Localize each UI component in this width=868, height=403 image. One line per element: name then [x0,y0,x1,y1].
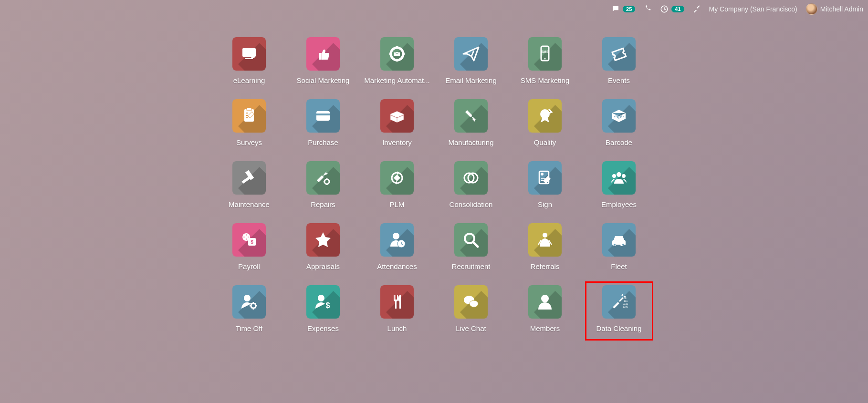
ticket-icon [602,37,636,71]
phone-icon [644,5,651,13]
venn-icon [454,161,488,195]
app-referrals[interactable]: Referrals [508,219,582,281]
app-label: Appraisals [306,262,340,270]
app-sms-marketing[interactable]: SMS Marketing [508,33,582,95]
wrench-icon [454,99,488,133]
app-employees[interactable]: Employees [582,157,656,219]
app-recruitment[interactable]: Recruitment [434,219,508,281]
car-icon [602,223,636,257]
app-lunch[interactable]: Lunch [360,281,434,343]
app-surveys[interactable]: Surveys [212,95,286,157]
app-label: Data Cleaning [596,324,641,332]
app-label: Payroll [238,262,260,270]
app-social-marketing[interactable]: Social Marketing [286,33,360,95]
app-attendances[interactable]: Attendances [360,219,434,281]
app-expenses[interactable]: Expenses [286,281,360,343]
app-manufacturing[interactable]: Manufacturing [434,95,508,157]
app-label: Attendances [377,262,417,270]
app-email-marketing[interactable]: Email Marketing [434,33,508,95]
app-label: SMS Marketing [521,76,570,84]
messages-button[interactable]: 25 [611,5,635,13]
tools-icon [693,5,701,13]
clipboard-icon [232,99,266,133]
tools-button[interactable] [693,5,701,13]
user-name: Mitchell Admin [820,5,863,13]
paper-plane-icon [454,37,488,71]
hammer-icon [232,161,266,195]
app-label: Employees [601,200,637,208]
signature-icon [528,161,562,195]
app-label: Sign [538,200,552,208]
app-label: Social Marketing [297,76,350,84]
app-payroll[interactable]: Payroll [212,219,286,281]
app-label: Members [530,324,560,332]
member-icon [528,285,562,319]
app-label: Surveys [236,138,262,146]
user-avatar [806,3,817,15]
person-clock-icon [380,223,414,257]
app-label: Purchase [308,138,338,146]
app-label: Consolidation [450,200,493,208]
app-label: Expenses [307,324,339,332]
app-live-chat[interactable]: Live Chat [434,281,508,343]
app-label: Email Marketing [445,76,497,84]
app-label: Recruitment [452,262,491,270]
user-menu[interactable]: Mitchell Admin [806,3,863,15]
phone-button[interactable] [644,5,651,13]
gear-mail-icon [380,37,414,71]
phone-sms-icon [528,37,562,71]
app-label: Inventory [382,138,412,146]
app-label: Maintenance [229,200,270,208]
app-label: Barcode [606,138,632,146]
app-events[interactable]: Events [582,33,656,95]
app-consolidation[interactable]: Consolidation [434,157,508,219]
wrench-gear-icon [306,161,340,195]
app-label: Referrals [531,262,560,270]
app-quality[interactable]: Quality [508,95,582,157]
app-label: Fleet [611,262,627,270]
box-open-icon [380,99,414,133]
app-label: Live Chat [456,324,486,332]
app-maintenance[interactable]: Maintenance [212,157,286,219]
calendar-money-icon [232,223,266,257]
activity-button[interactable]: 41 [660,5,684,13]
cycle-icon [380,161,414,195]
person-gear-icon [232,285,266,319]
app-label: eLearning [233,76,265,84]
app-grid: eLearningSocial MarketingMarketing Autom… [212,33,656,343]
app-sign[interactable]: Sign [508,157,582,219]
app-appraisals[interactable]: Appraisals [286,219,360,281]
app-label: Time Off [236,324,263,332]
star-icon [306,223,340,257]
app-elearning[interactable]: eLearning [212,33,286,95]
activity-badge: 41 [671,6,684,12]
app-plm[interactable]: PLM [360,157,434,219]
app-purchase[interactable]: Purchase [286,95,360,157]
app-marketing-automat[interactable]: Marketing Automat... [360,33,434,95]
app-label: Marketing Automat... [364,76,430,84]
app-members[interactable]: Members [508,281,582,343]
topbar: 25 41 My Company (San Francisco) Mitchel… [611,0,868,18]
card-icon [306,99,340,133]
app-repairs[interactable]: Repairs [286,157,360,219]
barcode-box-icon [602,99,636,133]
app-label: PLM [390,200,405,208]
thumbs-up-icon [306,37,340,71]
messages-icon [611,5,620,13]
app-data-cleaning[interactable]: Data Cleaning [582,281,656,343]
messages-badge: 25 [623,6,635,12]
app-barcode[interactable]: Barcode [582,95,656,157]
medal-icon [528,99,562,133]
app-inventory[interactable]: Inventory [360,95,434,157]
hero-icon [528,223,562,257]
app-time-off[interactable]: Time Off [212,281,286,343]
elearning-icon [232,37,266,71]
cutlery-icon [380,285,414,319]
company-name: My Company (San Francisco) [709,5,797,13]
company-switcher[interactable]: My Company (San Francisco) [709,5,797,13]
app-fleet[interactable]: Fleet [582,219,656,281]
person-money-icon [306,285,340,319]
app-label: Manufacturing [448,138,493,146]
magnifier-icon [454,223,488,257]
broom-data-icon [602,285,636,319]
